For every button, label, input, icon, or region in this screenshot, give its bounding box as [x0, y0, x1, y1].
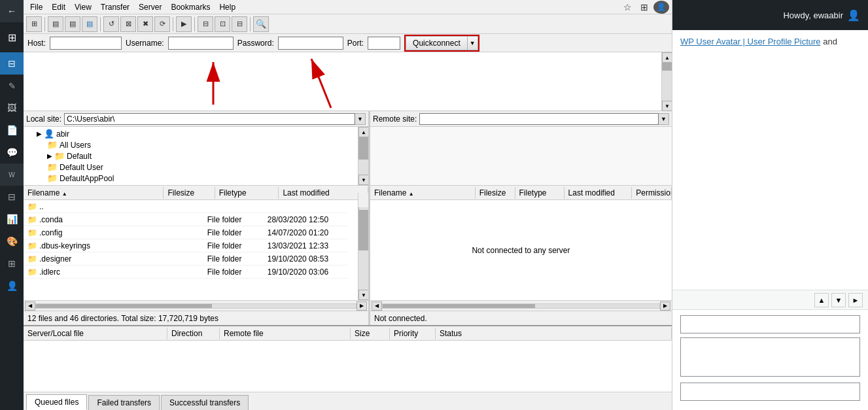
sidebar-item-analytics[interactable]: 📊 — [0, 208, 24, 230]
msg-scroll-up[interactable]: ▲ — [662, 52, 672, 63]
title-bar-avatar[interactable]: 👤 — [653, 1, 669, 14]
queue-col-server[interactable]: Server/Local file — [24, 328, 167, 339]
tab-queued-files[interactable]: Queued files — [26, 394, 87, 410]
remote-hscroll-right[interactable]: ▶ — [660, 301, 670, 311]
toolbar-toggle-msglog[interactable]: ▤ — [48, 16, 63, 32]
remote-site-input[interactable] — [419, 113, 659, 125]
local-col-filesize[interactable]: Filesize — [164, 187, 215, 199]
menu-file[interactable]: File — [26, 1, 46, 13]
quickconnect-button[interactable]: Quickconnect — [406, 36, 468, 50]
sidebar-item-comments[interactable]: 💬 — [0, 141, 24, 163]
sidebar-item-products[interactable]: ⊟ — [0, 186, 24, 208]
sidebar-back-btn[interactable]: ← — [0, 0, 24, 22]
tab-successful-transfers[interactable]: Successful transfers — [161, 395, 249, 410]
remote-site-dropdown[interactable]: ▼ — [659, 113, 669, 125]
sidebar-item-plugins[interactable]: ⊞ — [0, 252, 24, 275]
local-list-vscroll[interactable]: ▲ ▼ — [358, 200, 368, 300]
username-input[interactable] — [168, 37, 234, 50]
host-input[interactable] — [50, 37, 122, 50]
wp-nav-down[interactable]: ▼ — [831, 293, 846, 307]
toolbar-refresh[interactable]: ↺ — [103, 16, 119, 32]
title-bar-puzzle[interactable]: ⊞ — [636, 1, 652, 14]
toolbar-reconnect[interactable]: ⟳ — [154, 16, 170, 32]
menu-server[interactable]: Server — [135, 1, 165, 13]
local-panel: Local site: ▼ ▶ 👤 abir 📁 All Users — [24, 111, 370, 325]
queue-col-size[interactable]: Size — [351, 328, 390, 339]
title-bar-star[interactable]: ☆ — [619, 1, 635, 14]
file-row-idlerc[interactable]: 📁 .idlerc File folder 19/10/2020 03:06 — [24, 265, 347, 279]
msg-scroll-down[interactable]: ▼ — [662, 101, 672, 111]
local-tree-vscroll[interactable]: ▲ ▼ — [358, 127, 368, 185]
toolbar-comparison[interactable]: ⊡ — [215, 16, 230, 32]
tree-item-allusers[interactable]: 📁 All Users — [24, 139, 358, 150]
toolbar-toggle-remotetree[interactable]: ▤ — [82, 16, 97, 32]
menu-help[interactable]: Help — [215, 1, 239, 13]
sidebar-item-media[interactable]: 🖼 — [0, 97, 24, 119]
tree-item-default[interactable]: ▶ 📁 Default — [24, 150, 358, 162]
wp-form-textarea[interactable] — [680, 337, 860, 377]
file-row-conda[interactable]: 📁 .conda File folder 28/03/2020 12:50 — [24, 213, 347, 226]
menu-edit[interactable]: Edit — [48, 1, 69, 13]
toolbar-cancel[interactable]: ⊠ — [120, 16, 136, 32]
menu-view[interactable]: View — [71, 1, 95, 13]
file-row-config[interactable]: 📁 .config File folder 14/07/2020 01:20 — [24, 226, 347, 239]
quickconnect-dropdown[interactable]: ▼ — [468, 36, 478, 50]
queue-col-direction[interactable]: Direction — [167, 328, 220, 339]
file-row-dotdot[interactable]: 📁 .. — [24, 200, 347, 213]
toolbar-toggle-localtree[interactable]: ▤ — [65, 16, 80, 32]
wp-nav-up[interactable]: ▲ — [814, 293, 829, 307]
file-row-dbus[interactable]: 📁 .dbus-keyrings File folder 13/03/2021 … — [24, 239, 347, 252]
local-hscroll[interactable]: ◀ ▶ — [24, 300, 368, 311]
local-col-lastmod[interactable]: Last modified — [279, 187, 368, 199]
remote-col-lastmod[interactable]: Last modified — [564, 187, 633, 199]
menu-bookmarks[interactable]: Bookmarks — [167, 1, 214, 13]
wp-form-input-2[interactable] — [680, 383, 860, 401]
tree-item-defaultuser[interactable]: 📁 Default User — [24, 162, 358, 173]
toolbar-sync-browsing[interactable]: ⊟ — [232, 16, 247, 32]
toolbar-disconnect[interactable]: ✖ — [137, 16, 153, 32]
local-tree-scroll-up[interactable]: ▲ — [358, 127, 368, 137]
tree-item-defaultapppool[interactable]: 📁 DefaultAppPool — [24, 173, 358, 184]
wp-form-input-1[interactable] — [680, 315, 860, 333]
queue-col-priority[interactable]: Priority — [390, 328, 436, 339]
remote-col-filename[interactable]: Filename ▲ — [370, 187, 476, 199]
remote-col-permissions[interactable]: Permissions — [632, 187, 672, 199]
toolbar-site-manager[interactable]: ⊞ — [26, 16, 42, 32]
sidebar-item-appearance[interactable]: 🎨 — [0, 230, 24, 252]
tree-item-abir[interactable]: ▶ 👤 abir — [24, 128, 358, 139]
sidebar-wp-logo[interactable]: ⊞ — [0, 22, 24, 52]
wp-nav-right[interactable]: ► — [848, 293, 863, 307]
sidebar-item-woocommerce[interactable]: W — [0, 163, 24, 186]
password-input[interactable] — [278, 37, 343, 50]
toolbar-search[interactable]: 🔍 — [253, 16, 269, 32]
local-file-list[interactable]: 📁 .. 📁 .conda File folder — [24, 200, 358, 300]
local-hscroll-left[interactable]: ◀ — [25, 301, 35, 311]
file-row-designer[interactable]: 📁 .designer File folder 19/10/2020 08:53 — [24, 252, 347, 265]
sidebar-item-dashboard[interactable]: ⊟ — [0, 52, 24, 75]
remote-col-filetype[interactable]: Filetype — [515, 187, 564, 199]
wp-content-link[interactable]: WP User Avatar | User Profile Picture — [680, 37, 821, 46]
local-list-scroll-down[interactable]: ▼ — [358, 290, 368, 300]
folder-icon: 📁 — [27, 267, 37, 277]
toolbar-filter[interactable]: ⊟ — [198, 16, 213, 32]
remote-hscroll-left[interactable]: ◀ — [372, 301, 382, 311]
toolbar-process-queue[interactable]: ▶ — [176, 16, 192, 32]
local-col-filetype[interactable]: Filetype — [215, 187, 279, 199]
message-log-scrollbar[interactable]: ▲ ▼ — [661, 52, 672, 111]
local-hscroll-right[interactable]: ▶ — [356, 301, 367, 311]
toolbar-sep-2 — [100, 17, 101, 31]
remote-hscroll[interactable]: ◀ ▶ — [370, 300, 672, 311]
sidebar-item-pages[interactable]: 📄 — [0, 119, 24, 141]
local-col-filename[interactable]: Filename ▲ — [24, 187, 164, 199]
local-site-dropdown[interactable]: ▼ — [355, 113, 366, 125]
queue-col-status[interactable]: Status — [436, 328, 672, 339]
sidebar-item-posts[interactable]: ✎ — [0, 75, 24, 97]
port-input[interactable] — [368, 37, 400, 50]
queue-col-remote[interactable]: Remote file — [220, 328, 351, 339]
tab-failed-transfers[interactable]: Failed transfers — [88, 395, 160, 410]
menu-transfer[interactable]: Transfer — [97, 1, 133, 13]
local-tree-scroll-down[interactable]: ▼ — [358, 175, 368, 185]
local-site-input[interactable] — [64, 113, 355, 125]
sidebar-item-users[interactable]: 👤 — [0, 275, 24, 297]
remote-col-filesize[interactable]: Filesize — [476, 187, 515, 199]
